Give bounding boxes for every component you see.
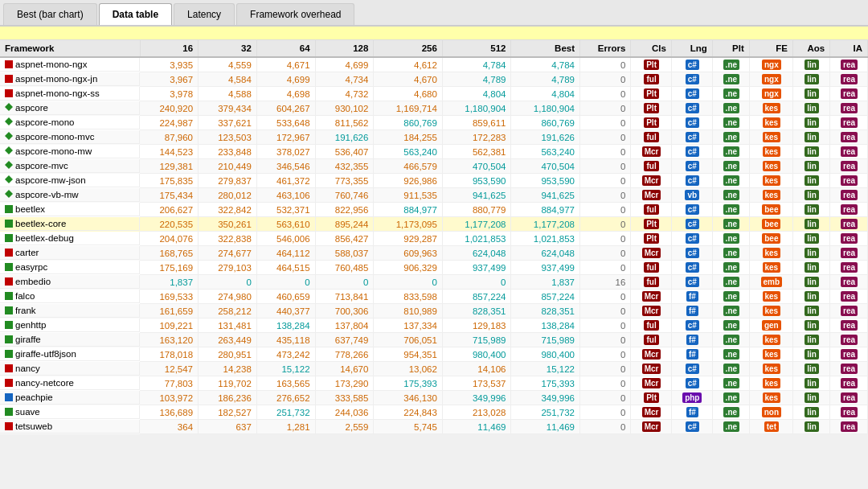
framework-name-cell: beetlex-core: [0, 217, 140, 231]
cell-v64: 276,652: [256, 391, 315, 405]
table-row: giraffe163,120263,449435,118637,749706,0…: [0, 333, 868, 347]
cell-aos: lin: [792, 391, 829, 405]
framework-name-text: peachpie: [15, 392, 53, 402]
cell-v32: 279,837: [199, 174, 257, 188]
framework-diamond-icon: [5, 117, 13, 127]
cell-cls: ful: [631, 275, 671, 290]
cell-aos: lin: [792, 347, 829, 362]
cell-v16: 168,765: [140, 246, 198, 261]
cell-aos: lin: [792, 130, 829, 145]
table-body: aspnet-mono-ngx3,9354,5594,6714,6994,612…: [0, 57, 868, 434]
cell-aos: lin: [792, 57, 829, 72]
tab-best-bar-chart[interactable]: Best (bar chart): [3, 3, 97, 25]
cell-v32: 322,838: [199, 232, 257, 246]
cell-errors: 0: [580, 116, 631, 130]
cell-v32: 280,012: [199, 188, 257, 203]
table-row: aspcore-mono-mw144,523233,848378,027536,…: [0, 145, 868, 159]
framework-diamond-icon: [5, 190, 13, 199]
cell-v128: 4,699: [315, 57, 374, 72]
cell-v256: 926,986: [374, 174, 443, 188]
cell-v256: 5,745: [374, 420, 443, 434]
framework-diamond-icon: [5, 161, 13, 171]
tab-framework-overhead[interactable]: Framework overhead: [236, 3, 354, 25]
cell-errors: 0: [580, 318, 631, 333]
cell-ia: rea: [830, 246, 868, 261]
tab-data-table[interactable]: Data table: [99, 3, 172, 25]
table-row: carter168,765274,677464,112588,037609,96…: [0, 246, 868, 261]
table-row: aspcore-mono-mvc87,960123,503172,967191,…: [0, 130, 868, 145]
cell-v512: 349,996: [442, 391, 511, 405]
svg-marker-2: [5, 132, 13, 140]
cell-fe: kes: [749, 362, 792, 376]
cell-v32: 186,236: [199, 391, 257, 405]
framework-name-cell: aspcore-vb-mw: [0, 188, 140, 202]
cell-fe: kes: [749, 159, 792, 174]
col-512: 512: [442, 40, 511, 57]
cell-lng: c#: [671, 261, 712, 275]
framework-diamond-icon: [5, 103, 13, 113]
cell-errors: 0: [580, 101, 631, 116]
cell-best: 191,626: [511, 130, 580, 145]
cell-v32: 233,848: [199, 145, 257, 159]
cell-v256: 1,173,095: [374, 217, 443, 232]
cell-best: 884,977: [511, 203, 580, 217]
framework-name-cell: beetlex: [0, 203, 140, 216]
cell-v128: 137,804: [315, 318, 374, 333]
cell-plt: .ne: [712, 159, 749, 174]
cell-v32: 337,621: [199, 116, 257, 130]
cell-v64: 378,027: [256, 145, 315, 159]
cell-v512: 624,048: [442, 246, 511, 261]
cell-cls: Mcr: [631, 420, 671, 434]
cell-fe: kes: [749, 261, 792, 275]
cell-v32: 182,527: [199, 405, 257, 420]
cell-fe: kes: [749, 188, 792, 203]
cell-best: 11,469: [511, 420, 580, 434]
cell-aos: lin: [792, 101, 829, 116]
cell-fe: emb: [749, 275, 792, 290]
cell-v512: 213,028: [442, 405, 511, 420]
cell-v64: 463,106: [256, 188, 315, 203]
cell-fe: gen: [749, 318, 792, 333]
framework-name-cell: aspcore-mono-mw: [0, 145, 140, 158]
cell-best: 860,769: [511, 116, 580, 130]
cell-fe: kes: [749, 333, 792, 347]
framework-color-dot: [5, 263, 13, 271]
cell-v256: 466,579: [374, 159, 443, 174]
framework-diamond-icon: [5, 146, 13, 156]
svg-marker-3: [5, 146, 13, 154]
cell-errors: 16: [580, 275, 631, 290]
framework-name-cell: easyrpc: [0, 261, 140, 274]
table-row: aspcore-mvc129,381210,449346,546432,3554…: [0, 159, 868, 174]
cell-lng: c#: [671, 376, 712, 391]
cell-cls: ful: [631, 261, 671, 275]
cell-v16: 1,837: [140, 275, 198, 290]
cell-v256: 706,051: [374, 333, 443, 347]
cell-errors: 0: [580, 217, 631, 232]
col-128: 128: [315, 40, 374, 57]
tab-latency[interactable]: Latency: [174, 3, 235, 25]
cell-v128: 14,670: [315, 362, 374, 376]
cell-v512: 828,351: [442, 304, 511, 318]
cell-ia: rea: [830, 159, 868, 174]
cell-aos: lin: [792, 145, 829, 159]
cell-ia: rea: [830, 174, 868, 188]
table-row: suave136,689182,527251,732244,036224,843…: [0, 405, 868, 420]
cell-v256: 0: [374, 275, 443, 290]
cell-ia: rea: [830, 101, 868, 116]
table-row: easyrpc175,169279,103464,515760,485906,3…: [0, 261, 868, 275]
cell-v128: 0: [315, 275, 374, 290]
cell-aos: lin: [792, 420, 829, 434]
cell-v64: 251,732: [256, 405, 315, 420]
cell-lng: c#: [671, 217, 712, 232]
cell-aos: lin: [792, 405, 829, 420]
cell-v128: 930,102: [315, 101, 374, 116]
cell-fe: bee: [749, 217, 792, 232]
framework-color-dot: [5, 408, 13, 416]
table-header-row: Framework 16 32 64 128 256 512 Best Erro…: [0, 40, 868, 57]
cell-v16: 204,076: [140, 232, 198, 246]
col-cls: Cls: [631, 40, 671, 57]
cell-ia: rea: [830, 405, 868, 420]
cell-v512: 1,180,904: [442, 101, 511, 116]
cell-v64: 15,122: [256, 362, 315, 376]
cell-plt: .ne: [712, 72, 749, 87]
